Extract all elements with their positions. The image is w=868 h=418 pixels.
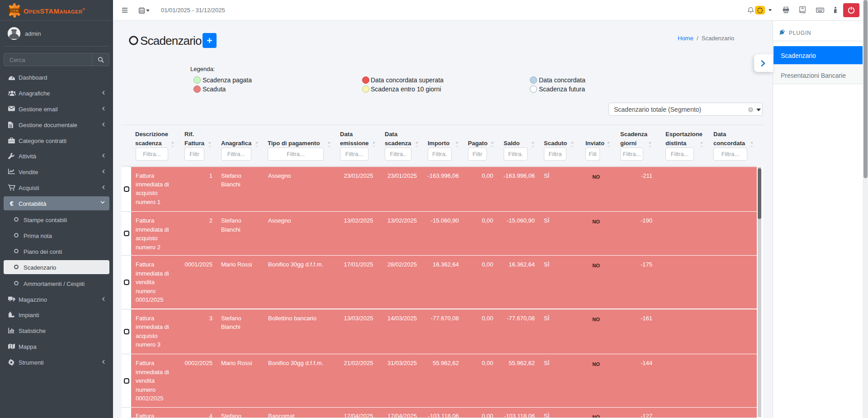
- svg-text:OSM: OSM: [10, 9, 19, 13]
